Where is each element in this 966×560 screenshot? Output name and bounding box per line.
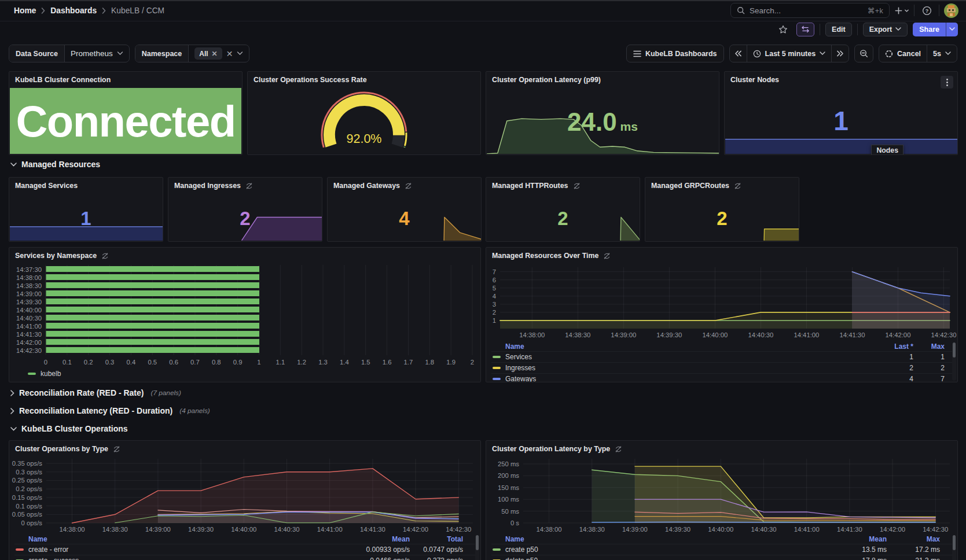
- svg-text:0.2 ops/s: 0.2 ops/s: [16, 485, 42, 492]
- svg-text:14:40:00: 14:40:00: [702, 331, 728, 338]
- remove-value-icon[interactable]: ✕: [212, 50, 218, 58]
- svg-text:0.4: 0.4: [127, 359, 136, 366]
- panel-managed-resources-over-time[interactable]: Managed Resources Over Time 14:38:0014:3…: [486, 247, 958, 382]
- legend-col-last[interactable]: Last *: [882, 342, 913, 351]
- legend-series-label[interactable]: create - error: [28, 546, 68, 554]
- legend-scrollbar[interactable]: [952, 342, 956, 381]
- legend-series-label[interactable]: Gateways: [505, 375, 536, 382]
- time-range-picker[interactable]: Last 5 minutes: [747, 45, 832, 62]
- refresh-interval-select[interactable]: 5s: [927, 45, 957, 62]
- refresh-cancel-button[interactable]: Cancel: [879, 45, 927, 62]
- legend-col-name[interactable]: Name: [491, 535, 833, 543]
- section-reconciliation-rate[interactable]: Reconciliation Rate (RED - Rate) (7 pane…: [10, 388, 181, 397]
- legend-col-total[interactable]: Total: [410, 535, 463, 543]
- panel-cluster-operations-by-type[interactable]: Cluster Operations by Type 14:38:0014:38…: [9, 440, 481, 560]
- panel-title[interactable]: Managed HTTPRoutes: [492, 182, 568, 190]
- legend-row[interactable]: Ingresses22: [491, 362, 953, 373]
- legend-series-label[interactable]: create - success: [28, 557, 79, 560]
- dashboard-toolbar: Data Source Prometheus Namespace All ✕ ✕…: [9, 45, 957, 62]
- panel-title[interactable]: Managed GRPCRoutes: [651, 182, 729, 190]
- panel-cluster-nodes[interactable]: Cluster Nodes 1 Nodes: [724, 71, 958, 155]
- breadcrumb-dashboards[interactable]: Dashboards: [50, 6, 97, 15]
- sync-slash-icon: [734, 182, 741, 190]
- svg-text:14:40:00: 14:40:00: [16, 307, 42, 314]
- panel-title[interactable]: Managed Services: [15, 182, 78, 190]
- export-button[interactable]: Export: [863, 23, 908, 36]
- panel-operation-latency-p99[interactable]: Cluster Operation Latency (p99) 24.0 ms: [486, 71, 719, 155]
- time-shift-back-button[interactable]: [730, 45, 747, 62]
- compare-toggle-button[interactable]: [796, 23, 814, 36]
- breadcrumb-home[interactable]: Home: [14, 6, 36, 15]
- legend-row[interactable]: create p5013.5 ms17.2 ms: [491, 544, 953, 555]
- svg-text:50 ms: 50 ms: [501, 508, 519, 515]
- time-shift-forward-button[interactable]: [832, 45, 849, 62]
- svg-text:1: 1: [257, 359, 260, 366]
- panel-title[interactable]: Cluster Operations by Type: [15, 445, 108, 453]
- legend-series-label[interactable]: kubelb: [41, 370, 61, 378]
- legend-col-max[interactable]: Max: [913, 342, 945, 351]
- kubelb-dashboards-button[interactable]: KubeLB Dashboards: [626, 45, 724, 62]
- chart-legend-table[interactable]: NameMeanMaxcreate p5013.5 ms17.2 msdelet…: [491, 534, 953, 560]
- search-input[interactable]: Search... ⌘+k: [730, 3, 890, 18]
- legend-row[interactable]: Services11: [491, 351, 953, 362]
- legend-scrollbar[interactable]: [475, 535, 479, 560]
- user-avatar[interactable]: [944, 3, 958, 18]
- legend-col-name[interactable]: Name: [491, 342, 882, 351]
- panel-managed-services[interactable]: Managed Services 1: [9, 177, 163, 242]
- panel-title[interactable]: Managed Ingresses: [174, 182, 241, 190]
- panel-success-rate[interactable]: Cluster Operations Success Rate 92.0%: [247, 71, 481, 155]
- chevron-down-icon: [10, 427, 17, 431]
- edit-button[interactable]: Edit: [825, 23, 852, 36]
- legend-series-label[interactable]: Services: [505, 353, 532, 361]
- legend-col-name[interactable]: Name: [14, 535, 357, 543]
- panel-title[interactable]: Managed Resources Over Time: [492, 252, 598, 260]
- add-new-button[interactable]: [894, 3, 909, 18]
- chart-legend-table[interactable]: NameMeanTotalcreate - error0.00933 ops/s…: [14, 534, 476, 560]
- namespace-variable-select[interactable]: All ✕ ✕: [189, 45, 249, 62]
- legend-row[interactable]: create - error0.00933 ops/s0.0747 ops/s: [14, 544, 476, 555]
- help-button[interactable]: ?: [919, 3, 934, 18]
- legend-series-label[interactable]: Ingresses: [505, 364, 535, 372]
- namespace-value-pill[interactable]: All ✕: [194, 47, 222, 60]
- panel-title[interactable]: Cluster Nodes: [730, 76, 779, 84]
- panel-managed-gateways[interactable]: Managed Gateways 4: [327, 177, 482, 242]
- legend-row[interactable]: create - success0.0466 ops/s0.373 ops/s: [14, 555, 476, 560]
- legend-series-label[interactable]: create p50: [505, 546, 538, 554]
- panel-title[interactable]: Cluster Operation Latency by Type: [492, 445, 610, 453]
- panel-managed-httproutes[interactable]: Managed HTTPRoutes 2: [486, 177, 640, 242]
- legend-row[interactable]: delete p5017.8 ms21.3 ms: [491, 555, 953, 560]
- datasource-variable-select[interactable]: Prometheus: [65, 45, 129, 62]
- panel-cluster-connection[interactable]: KubeLB Cluster Connection Connected: [9, 71, 243, 155]
- panel-cluster-operation-latency-by-type[interactable]: Cluster Operation Latency by Type 14:38:…: [486, 440, 958, 560]
- legend-row[interactable]: Gateways47: [491, 373, 953, 382]
- legend-col-mean[interactable]: Mean: [357, 535, 410, 543]
- panel-title[interactable]: Managed Gateways: [333, 182, 400, 190]
- share-button[interactable]: Share: [913, 23, 946, 36]
- share-menu-button[interactable]: [946, 23, 958, 36]
- zoom-out-button[interactable]: [854, 45, 873, 62]
- legend-series-label[interactable]: delete p50: [505, 557, 538, 560]
- panel-managed-ingresses[interactable]: Managed Ingresses 2: [168, 177, 322, 242]
- svg-text:14:38:30: 14:38:30: [579, 526, 605, 533]
- panel-services-by-namespace[interactable]: Services by Namespace 00.10.20.30.40.50.…: [9, 247, 481, 382]
- section-kubelb-cluster-operations[interactable]: KubeLB Cluster Operations: [10, 424, 128, 433]
- panel-title[interactable]: KubeLB Cluster Connection: [15, 76, 111, 84]
- panel-title[interactable]: Cluster Operation Latency (p99): [492, 76, 601, 84]
- legend-col-max[interactable]: Max: [887, 535, 940, 543]
- svg-text:14:42:30: 14:42:30: [931, 331, 956, 338]
- section-reconciliation-latency[interactable]: Reconciliation Latency (RED - Duration) …: [10, 406, 210, 415]
- panel-managed-grpcroutes[interactable]: Managed GRPCRoutes 2: [645, 177, 799, 242]
- legend-scrollbar[interactable]: [952, 535, 956, 560]
- chart-legend[interactable]: kubelb: [28, 370, 61, 378]
- section-managed-resources[interactable]: Managed Resources: [10, 160, 100, 169]
- svg-text:0.05 ops/s: 0.05 ops/s: [12, 511, 42, 518]
- panel-title[interactable]: Services by Namespace: [15, 252, 97, 260]
- chart-legend-table[interactable]: NameLast *MaxServices11Ingresses22Gatewa…: [491, 341, 953, 382]
- clear-all-icon[interactable]: ✕: [226, 49, 233, 58]
- stat-value: 4: [328, 209, 481, 228]
- legend-col-mean[interactable]: Mean: [833, 535, 887, 543]
- panel-title[interactable]: Cluster Operations Success Rate: [254, 76, 367, 84]
- svg-text:14:40:30: 14:40:30: [16, 315, 42, 322]
- star-button[interactable]: [775, 23, 791, 36]
- panel-menu-button[interactable]: [941, 76, 953, 89]
